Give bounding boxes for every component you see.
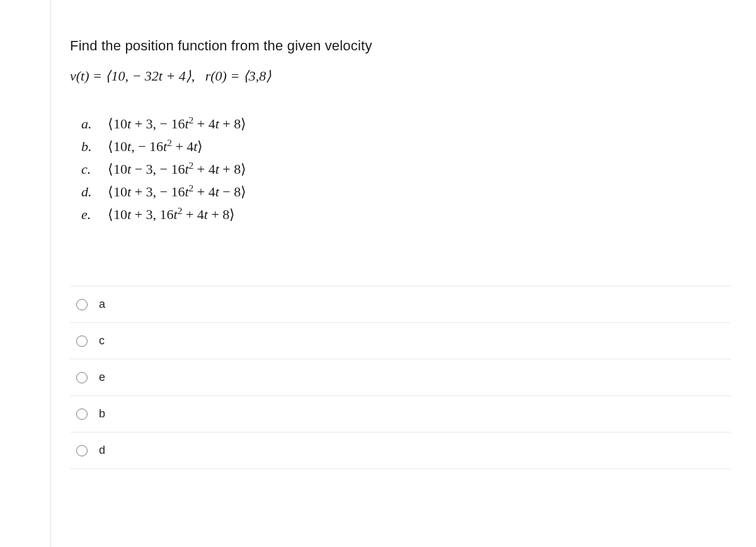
answer-list: a. ⟨10t + 3, − 16t2 + 4t + 8⟩ b. ⟨10t, −… xyxy=(81,116,731,223)
answer-item-e: e. ⟨10t + 3, 16t2 + 4t + 8⟩ xyxy=(81,206,731,223)
radio-input-d[interactable] xyxy=(76,445,88,456)
radio-input-c[interactable] xyxy=(76,336,88,347)
question-container: Find the position function from the give… xyxy=(50,0,756,547)
radio-option-a[interactable]: a xyxy=(70,286,731,322)
radio-option-b[interactable]: b xyxy=(70,395,731,432)
answer-expression: ⟨10t − 3, − 16t2 + 4t + 8⟩ xyxy=(108,161,246,178)
question-prompt: Find the position function from the give… xyxy=(70,38,731,54)
radio-option-d[interactable]: d xyxy=(70,432,731,469)
radio-option-c[interactable]: c xyxy=(70,322,731,359)
answer-item-d: d. ⟨10t + 3, − 16t2 + 4t − 8⟩ xyxy=(81,184,731,200)
answer-letter: b. xyxy=(81,138,108,155)
radio-label: b xyxy=(99,407,105,420)
answer-expression: ⟨10t + 3, − 16t2 + 4t + 8⟩ xyxy=(108,116,246,132)
answer-letter: e. xyxy=(81,206,108,223)
radio-label: e xyxy=(99,371,105,384)
answer-item-a: a. ⟨10t + 3, − 16t2 + 4t + 8⟩ xyxy=(81,116,731,132)
answer-expression: ⟨10t + 3, − 16t2 + 4t − 8⟩ xyxy=(108,184,246,200)
answer-item-c: c. ⟨10t − 3, − 16t2 + 4t + 8⟩ xyxy=(81,161,731,178)
radio-label: c xyxy=(99,334,105,347)
radio-option-e[interactable]: e xyxy=(70,359,731,395)
answer-letter: d. xyxy=(81,184,108,200)
radio-label: d xyxy=(99,444,105,457)
radio-input-a[interactable] xyxy=(76,299,88,310)
answer-item-b: b. ⟨10t, − 16t2 + 4t⟩ xyxy=(81,138,731,155)
answer-expression: ⟨10t + 3, 16t2 + 4t + 8⟩ xyxy=(108,206,235,223)
answer-expression: ⟨10t, − 16t2 + 4t⟩ xyxy=(108,138,203,155)
radio-option-list: a c e b d xyxy=(70,286,731,469)
answer-letter: a. xyxy=(81,116,108,132)
answer-letter: c. xyxy=(81,161,108,178)
radio-input-b[interactable] xyxy=(76,409,88,420)
question-equation: v(t) = ⟨10, − 32t + 4⟩, r(0) = ⟨3,8⟩ xyxy=(70,68,731,84)
radio-label: a xyxy=(99,298,105,311)
radio-input-e[interactable] xyxy=(76,372,88,383)
